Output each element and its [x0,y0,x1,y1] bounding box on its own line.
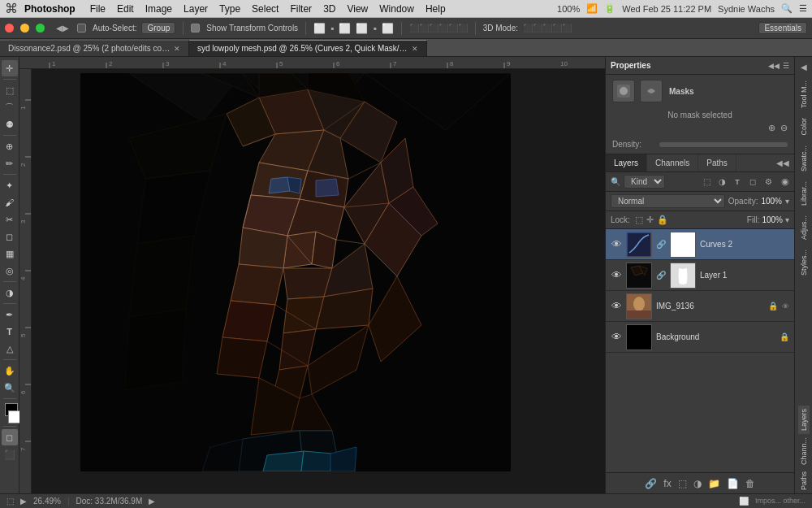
add-effect-btn[interactable]: fx [663,478,671,489]
subtract-mask-icon[interactable]: ⊖ [780,123,788,133]
tool-dodge[interactable]: ◑ [2,284,18,301]
tool-hand[interactable]: ✋ [2,363,18,379]
timeline-icon[interactable]: ⬜ [739,497,749,506]
far-right-paths[interactable]: Paths [798,468,810,493]
layer-vis-img9136[interactable]: 👁 [611,300,622,312]
far-right-libraries[interactable]: Librar... [798,178,810,209]
tool-eraser[interactable]: ◻ [2,228,18,245]
close-btn[interactable] [5,24,14,33]
density-slider[interactable] [659,142,788,147]
layer-vis-layer1[interactable]: 👁 [611,269,622,281]
far-right-color[interactable]: Color [798,115,810,139]
far-right-swatches[interactable]: Swatc... [798,142,810,175]
filter-type-icon[interactable]: T [731,176,744,189]
auto-select-dropdown[interactable]: Group [141,22,175,34]
far-right-collapse[interactable]: ◀ [798,60,810,74]
menu-filter[interactable]: Filter [285,2,317,16]
menu-image[interactable]: Image [140,2,177,16]
tool-healing[interactable]: ✦ [2,177,18,193]
minimize-btn[interactable] [20,24,29,33]
far-right-layers[interactable]: Layers [798,406,810,434]
properties-menu[interactable]: ☰ [783,62,789,70]
search-icon[interactable]: 🔍 [781,3,793,14]
menu-3d[interactable]: 3D [318,2,340,16]
transform-checkbox[interactable] [191,24,200,33]
new-group-btn[interactable]: 📁 [708,478,720,489]
layer-item-curves2[interactable]: 👁 🔗 Curves 2 [606,229,794,260]
status-icon-arrow[interactable]: ▶ [20,497,27,506]
layer-item-layer1[interactable]: 👁 🔗 [606,260,794,291]
fill-chevron[interactable]: ▾ [785,215,789,224]
tool-zoom[interactable]: 🔍 [2,380,18,396]
align-center-icon[interactable]: ▪ [330,23,334,34]
tool-quick-select[interactable]: ⚉ [2,116,18,132]
lock-all-icon[interactable]: 🔒 [657,215,668,225]
menu-file[interactable]: File [85,2,110,16]
tool-pen[interactable]: ✒ [2,306,18,323]
menu-layer[interactable]: Layer [179,2,213,16]
vector-mask-btn[interactable] [640,80,663,102]
lock-pixels-icon[interactable]: ⬚ [635,215,643,225]
pixel-mask-btn[interactable] [612,80,635,102]
tool-type[interactable]: T [2,323,18,340]
menu-extra-icon[interactable]: ☰ [799,3,807,14]
tool-path[interactable]: △ [2,341,18,357]
essentials-button[interactable]: Essentials [758,22,807,34]
new-fill-btn[interactable]: ◑ [693,478,702,489]
align-top-icon[interactable]: ⬜ [356,23,368,34]
lock-position-icon[interactable]: ✛ [646,215,654,225]
tool-lasso[interactable]: ⌒ [2,99,18,115]
layer-vis-curves2[interactable]: 👁 [611,238,622,250]
tab-layers[interactable]: Layers [606,154,647,172]
filter-shape-icon[interactable]: ◻ [746,176,759,189]
add-mask-icon[interactable]: ⊕ [768,123,775,133]
tab-2[interactable]: syd lowpoly mesh.psd @ 26.5% (Curves 2, … [189,40,427,56]
tab-1-close[interactable]: ✕ [174,45,180,53]
tab-paths[interactable]: Paths [698,154,736,172]
apple-menu[interactable]: ⌘ [5,1,18,16]
canvas-container[interactable] [32,69,605,493]
menu-window[interactable]: Window [374,2,419,16]
blend-mode-dropdown[interactable]: Normal [611,194,725,208]
options-toggle[interactable]: ◀▶ [56,24,69,33]
menu-help[interactable]: Help [421,2,451,16]
tool-clone[interactable]: ✂ [2,211,18,228]
menu-select[interactable]: Select [247,2,283,16]
tab-channels[interactable]: Channels [647,154,698,172]
align-bottom-icon[interactable]: ⬜ [382,23,394,34]
quick-mask-icon[interactable]: ◻ [2,429,18,445]
tool-gradient[interactable]: ▦ [2,245,18,262]
filter-kind-dropdown[interactable]: Kind [624,175,665,189]
far-right-styles[interactable]: Styles... [798,246,810,279]
tool-move[interactable]: ✛ [2,60,18,76]
layers-panel-arrow[interactable]: ◀◀ [771,158,794,167]
delete-layer-btn[interactable]: 🗑 [745,478,755,489]
status-icon-left[interactable]: ⬚ [6,497,14,506]
align-middle-icon[interactable]: ▪ [373,23,376,34]
align-left-icon[interactable]: ⬜ [313,23,326,34]
filter-pixel-icon[interactable]: ⬚ [700,176,713,189]
tool-select-rect[interactable]: ⬚ [2,82,18,98]
tool-brush[interactable]: 🖌 [2,194,18,211]
status-arrow-btn[interactable]: ▶ [149,497,155,506]
tool-eyedropper[interactable]: ✏ [2,155,18,172]
auto-select-checkbox[interactable] [77,24,86,33]
layer-item-background[interactable]: 👁 Background 🔒 [606,322,794,353]
far-right-adjustments[interactable]: Adjus... [798,212,810,243]
tab-2-close[interactable]: ✕ [412,45,418,53]
properties-collapse[interactable]: ◀◀ [768,62,780,70]
new-layer-btn[interactable]: 📄 [727,478,739,489]
menu-type[interactable]: Type [214,2,245,16]
far-right-channels[interactable]: Chann... [798,434,810,468]
maximize-btn[interactable] [36,24,45,33]
opacity-chevron[interactable]: ▾ [785,197,789,206]
filter-adjust-icon[interactable]: ◑ [715,176,728,189]
tool-crop[interactable]: ⊕ [2,138,18,154]
link-layers-btn[interactable]: 🔗 [645,478,657,489]
menu-edit[interactable]: Edit [112,2,139,16]
tool-blur[interactable]: ◎ [2,263,18,279]
add-mask-btn[interactable]: ⬚ [678,478,687,489]
layer-vis-background[interactable]: 👁 [611,331,622,343]
align-right-icon[interactable]: ⬜ [339,23,351,34]
filter-smart-icon[interactable]: ⚙ [762,176,775,189]
